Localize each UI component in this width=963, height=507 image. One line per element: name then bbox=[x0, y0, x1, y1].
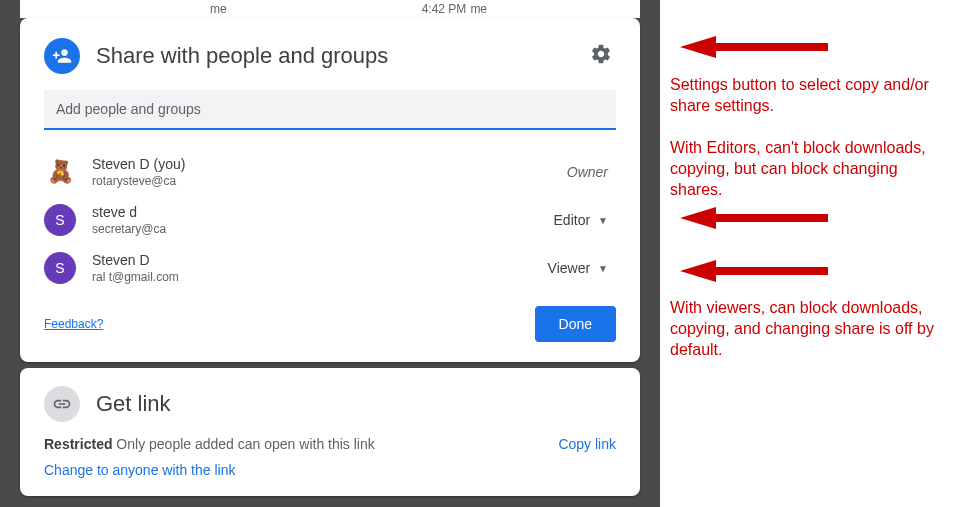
role-dropdown-viewer[interactable]: Viewer ▼ bbox=[540, 256, 616, 280]
link-description-block: Restricted Only people added can open wi… bbox=[44, 436, 375, 478]
chevron-down-icon: ▼ bbox=[598, 215, 608, 226]
bg-me2: me bbox=[470, 2, 487, 16]
annotation-editors: With Editors, can't block downloads, cop… bbox=[670, 138, 950, 200]
restricted-label: Restricted bbox=[44, 436, 112, 452]
person-name: Steven D bbox=[92, 252, 540, 268]
person-name: Steven D (you) bbox=[92, 156, 567, 172]
get-link-title: Get link bbox=[96, 391, 171, 417]
copy-link-button[interactable]: Copy link bbox=[558, 436, 616, 452]
background-row: me 4:42 PM me bbox=[20, 0, 640, 18]
person-email: secretary@ca bbox=[92, 222, 546, 236]
annotation-settings: Settings button to select copy and/or sh… bbox=[670, 75, 940, 117]
person-row-viewer: S Steven D ral t@gmail.com Viewer ▼ bbox=[44, 244, 616, 292]
svg-marker-1 bbox=[680, 207, 828, 229]
person-row-owner: 🧸 Steven D (you) rotarysteve@ca Owner bbox=[44, 148, 616, 196]
get-link-card: Get link Restricted Only people added ca… bbox=[20, 368, 640, 496]
feedback-link[interactable]: Feedback? bbox=[44, 317, 103, 331]
share-footer: Feedback? Done bbox=[44, 306, 616, 342]
link-body: Restricted Only people added can open wi… bbox=[44, 436, 616, 478]
link-header: Get link bbox=[44, 386, 616, 422]
share-title: Share with people and groups bbox=[96, 43, 586, 69]
settings-button[interactable] bbox=[586, 39, 616, 73]
add-people-input-container[interactable] bbox=[44, 90, 616, 130]
restricted-text: Only people added can open with this lin… bbox=[112, 436, 374, 452]
arrow-icon bbox=[680, 258, 830, 284]
change-to-anyone-link[interactable]: Change to anyone with the link bbox=[44, 462, 375, 478]
annotation-viewers: With viewers, can block downloads, copyi… bbox=[670, 298, 955, 360]
link-icon bbox=[44, 386, 80, 422]
avatar: 🧸 bbox=[44, 156, 76, 188]
person-add-icon bbox=[44, 38, 80, 74]
person-name: steve d bbox=[92, 204, 546, 220]
person-row-editor: S steve d secretary@ca Editor ▼ bbox=[44, 196, 616, 244]
bg-time: 4:42 PM bbox=[422, 2, 467, 16]
avatar: S bbox=[44, 204, 76, 236]
person-email: ral t@gmail.com bbox=[92, 270, 540, 284]
gear-icon bbox=[590, 43, 612, 65]
role-label: Editor bbox=[554, 212, 591, 228]
restricted-line: Restricted Only people added can open wi… bbox=[44, 436, 375, 452]
owner-label: Owner bbox=[567, 164, 608, 180]
add-people-input[interactable] bbox=[56, 101, 604, 117]
chevron-down-icon: ▼ bbox=[598, 263, 608, 274]
share-header: Share with people and groups bbox=[44, 38, 616, 74]
avatar: S bbox=[44, 252, 76, 284]
bg-sender: me bbox=[210, 2, 227, 16]
person-info: steve d secretary@ca bbox=[92, 204, 546, 236]
svg-marker-0 bbox=[680, 36, 828, 58]
person-info: Steven D ral t@gmail.com bbox=[92, 252, 540, 284]
person-info: Steven D (you) rotarysteve@ca bbox=[92, 156, 567, 188]
svg-marker-2 bbox=[680, 260, 828, 282]
share-dialog: Share with people and groups 🧸 Steven D … bbox=[20, 18, 640, 362]
person-email: rotarysteve@ca bbox=[92, 174, 567, 188]
arrow-icon bbox=[680, 34, 830, 60]
role-label: Viewer bbox=[548, 260, 591, 276]
arrow-icon bbox=[680, 205, 830, 231]
done-button[interactable]: Done bbox=[535, 306, 616, 342]
role-dropdown-editor[interactable]: Editor ▼ bbox=[546, 208, 616, 232]
